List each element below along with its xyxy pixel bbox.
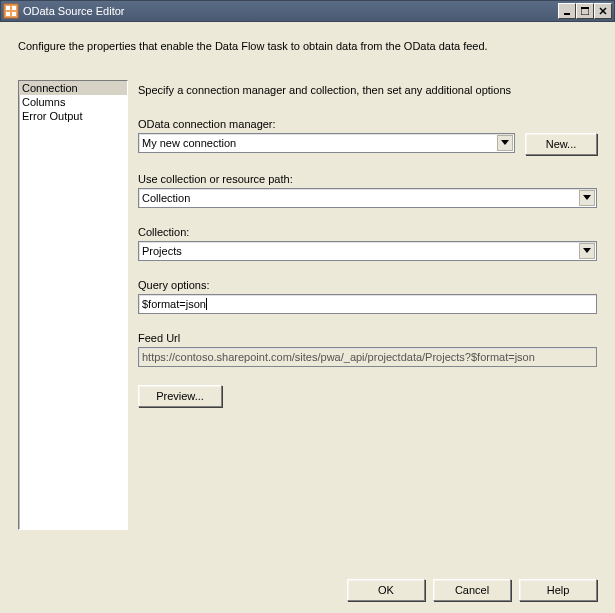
field-collection: Collection: Projects <box>138 226 597 261</box>
path-label: Use collection or resource path: <box>138 173 597 185</box>
window-buttons <box>558 3 612 19</box>
nav-item-columns[interactable]: Columns <box>19 95 127 109</box>
help-button[interactable]: Help <box>519 579 597 601</box>
chevron-down-icon <box>579 190 595 206</box>
feed-url-display: https://contoso.sharepoint.com/sites/pwa… <box>138 347 597 367</box>
svg-rect-4 <box>12 12 16 16</box>
preview-button[interactable]: Preview... <box>138 385 222 407</box>
path-dropdown[interactable]: Collection <box>138 188 597 208</box>
field-feed-url: Feed Url https://contoso.sharepoint.com/… <box>138 332 597 367</box>
minimize-button[interactable] <box>558 3 576 19</box>
nav-item-label: Columns <box>22 96 65 108</box>
main-content: Connection Columns Error Output Specify … <box>18 80 597 563</box>
chevron-down-icon <box>497 135 513 151</box>
chevron-down-icon <box>579 243 595 259</box>
close-button[interactable] <box>594 3 612 19</box>
nav-item-connection[interactable]: Connection <box>19 81 127 95</box>
svg-rect-7 <box>581 7 589 9</box>
dialog-footer: OK Cancel Help <box>18 563 597 601</box>
field-resource-path: Use collection or resource path: Collect… <box>138 173 597 208</box>
form-panel: Specify a connection manager and collect… <box>138 80 597 563</box>
text-cursor <box>206 298 207 310</box>
svg-rect-2 <box>12 6 16 10</box>
title-bar: OData Source Editor <box>0 0 615 22</box>
query-input[interactable]: $format=json <box>138 294 597 314</box>
form-instruction: Specify a connection manager and collect… <box>138 84 597 96</box>
dialog-body: Configure the properties that enable the… <box>0 22 615 613</box>
window-title: OData Source Editor <box>23 5 558 17</box>
nav-item-erroroutput[interactable]: Error Output <box>19 109 127 123</box>
nav-item-label: Connection <box>22 82 78 94</box>
collection-label: Collection: <box>138 226 597 238</box>
preview-row: Preview... <box>138 385 597 407</box>
maximize-button[interactable] <box>576 3 594 19</box>
collection-dropdown[interactable]: Projects <box>138 241 597 261</box>
ok-button[interactable]: OK <box>347 579 425 601</box>
field-connection-manager: OData connection manager: My new connect… <box>138 118 597 155</box>
svg-rect-1 <box>6 6 10 10</box>
dialog-description: Configure the properties that enable the… <box>18 40 597 52</box>
feed-label: Feed Url <box>138 332 597 344</box>
conn-label: OData connection manager: <box>138 118 597 130</box>
new-button[interactable]: New... <box>525 133 597 155</box>
conn-dropdown[interactable]: My new connection <box>138 133 515 153</box>
query-value: $format=json <box>142 298 206 310</box>
svg-rect-5 <box>564 13 570 15</box>
query-label: Query options: <box>138 279 597 291</box>
app-icon <box>3 3 19 19</box>
svg-rect-3 <box>6 12 10 16</box>
feed-value: https://contoso.sharepoint.com/sites/pwa… <box>142 351 535 363</box>
nav-item-label: Error Output <box>22 110 83 122</box>
field-query-options: Query options: $format=json <box>138 279 597 314</box>
path-value: Collection <box>142 192 190 204</box>
cancel-button[interactable]: Cancel <box>433 579 511 601</box>
conn-value: My new connection <box>142 137 236 149</box>
collection-value: Projects <box>142 245 182 257</box>
nav-list[interactable]: Connection Columns Error Output <box>18 80 128 530</box>
